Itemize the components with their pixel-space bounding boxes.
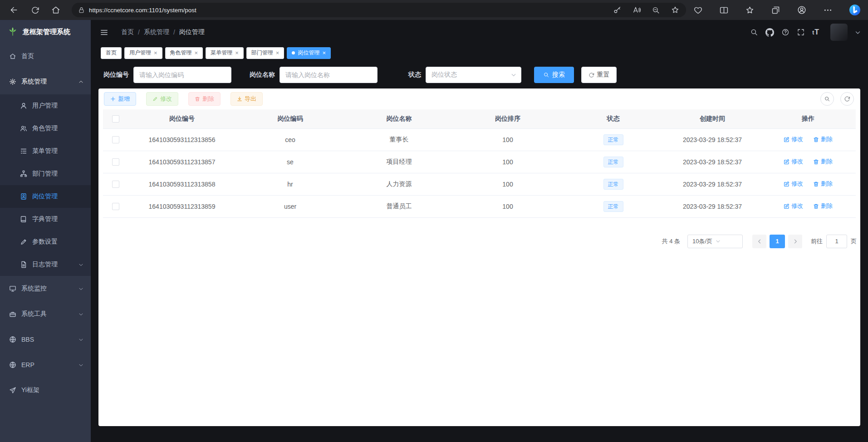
post-code-input[interactable] [133,67,231,83]
chevron-up-icon [78,79,83,84]
row-checkbox[interactable] [112,158,119,166]
sidebar-item-user-management[interactable]: 用户管理 [0,94,91,117]
close-icon[interactable]: × [154,50,157,56]
row-checkbox[interactable] [112,203,119,210]
row-edit-link[interactable]: 修改 [784,202,803,210]
table-row[interactable]: 1641030593112313856 ceo 董事长 100 正常 2023-… [103,128,856,151]
search-button[interactable]: 搜索 [534,67,574,83]
app-navbar: 首页 / 系统管理 / 岗位管理 tT [91,20,868,44]
sidebar-item-post-management[interactable]: 岗位管理 [0,185,91,208]
sidebar-item-erp[interactable]: ERP [0,352,91,378]
close-icon[interactable]: × [322,50,326,56]
tab-dept-management[interactable]: 部门管理× [246,47,284,59]
page-number-button[interactable]: 1 [770,235,785,248]
github-icon[interactable] [765,28,774,37]
row-delete-link[interactable]: 删除 [813,202,833,210]
tab-role-management[interactable]: 角色管理× [165,47,203,59]
edit-button[interactable]: 修改 [146,92,178,106]
app-title: 意框架管理系统 [23,28,70,36]
close-icon[interactable]: × [235,50,239,56]
table-right-tools [820,92,854,106]
post-badge-icon [20,193,27,200]
split-screen-icon[interactable] [719,5,729,15]
copilot-icon[interactable] [849,4,861,16]
prev-page-icon[interactable] [752,235,766,248]
row-edit-link[interactable]: 修改 [784,157,803,166]
collections-icon[interactable] [771,5,780,15]
next-page-icon[interactable] [788,235,802,248]
toggle-search-icon[interactable] [820,92,834,106]
tab-menu-management[interactable]: 菜单管理× [206,47,244,59]
post-name-label: 岗位名称 [247,71,275,79]
tab-user-management[interactable]: 用户管理× [124,47,162,59]
sidebar-item-system-tools[interactable]: 系统工具 [0,301,91,327]
help-icon[interactable] [781,28,790,36]
font-size-icon[interactable]: tT [812,28,819,36]
sidebar-item-bbs[interactable]: BBS [0,327,91,352]
row-delete-link[interactable]: 删除 [813,135,833,143]
users-icon [20,125,27,132]
search-icon[interactable] [750,28,758,36]
close-icon[interactable]: × [276,50,280,56]
sidebar-item-system-monitor[interactable]: 系统监控 [0,276,91,301]
table-row[interactable]: 1641030593112313858 hr 人力资源 100 正常 2023-… [103,173,856,195]
row-checkbox[interactable] [112,181,119,188]
breadcrumb-post: 岗位管理 [179,28,205,36]
key-icon[interactable] [613,6,622,15]
sidebar-item-menu-management[interactable]: 菜单管理 [0,140,91,162]
close-icon[interactable]: × [195,50,198,56]
sidebar-item-log-management[interactable]: 日志管理 [0,253,91,276]
select-all-checkbox[interactable] [112,115,119,123]
add-button[interactable]: 新增 [104,92,136,106]
sidebar-item-yi-framework[interactable]: Yi框架 [0,378,91,403]
goto-page-input[interactable] [826,235,847,248]
breadcrumb-system[interactable]: 系统管理 [144,28,169,36]
app-logo: 意框架管理系统 [0,20,91,44]
url-text[interactable]: https://ccnetcore.com:1101/system/post [89,7,603,14]
browser-essentials-icon[interactable] [693,5,703,15]
export-button[interactable]: 导出 [230,92,263,106]
browser-menu-icon[interactable] [823,5,833,15]
page-unit-label: 页 [851,237,857,246]
post-code-label: 岗位编号 [101,71,129,79]
status-badge: 正常 [603,134,623,145]
add-favorite-icon[interactable] [671,5,680,15]
row-edit-link[interactable]: 修改 [784,180,803,188]
row-delete-link[interactable]: 删除 [813,157,833,166]
row-checkbox[interactable] [112,136,119,143]
col-post-name: 岗位名称 [345,109,453,128]
user-avatar[interactable] [830,24,848,41]
breadcrumb-home[interactable]: 首页 [121,28,134,36]
row-edit-link[interactable]: 修改 [784,135,803,143]
refresh-table-icon[interactable] [840,92,854,106]
sidebar-item-dict-management[interactable]: 字典管理 [0,208,91,231]
sidebar-item-home[interactable]: 首页 [0,44,91,69]
post-name-input[interactable] [280,67,378,83]
tab-home[interactable]: 首页 [101,47,122,59]
tab-post-management[interactable]: 岗位管理× [287,47,331,59]
sidebar-item-system-management[interactable]: 系统管理 [0,69,91,94]
read-aloud-icon[interactable] [632,5,641,15]
favorites-icon[interactable] [745,5,755,15]
browser-home-button[interactable] [48,2,64,18]
browser-refresh-button[interactable] [27,2,43,18]
sidebar-toggle-icon[interactable] [97,25,111,39]
goto-label: 前往 [811,237,823,246]
browser-back-button[interactable] [6,2,22,18]
sidebar-item-role-management[interactable]: 角色管理 [0,117,91,140]
browser-profile-icon[interactable] [797,5,807,15]
address-bar[interactable]: https://ccnetcore.com:1101/system/post [72,3,686,17]
sidebar-item-param-settings[interactable]: 参数设置 [0,231,91,253]
user-menu-caret-icon[interactable] [855,29,861,35]
status-select[interactable]: 岗位状态 [426,67,521,83]
sidebar-item-dept-management[interactable]: 部门管理 [0,162,91,185]
page-size-select[interactable]: 10条/页 [687,235,743,248]
row-delete-link[interactable]: 删除 [813,180,833,188]
screen: https://ccnetcore.com:1101/system/post 意… [0,0,868,442]
fullscreen-icon[interactable] [797,28,805,36]
table-row[interactable]: 1641030593112313857 se 项目经理 100 正常 2023-… [103,151,856,173]
zoom-icon[interactable] [652,6,660,15]
table-row[interactable]: 1641030593112313859 user 普通员工 100 正常 202… [103,195,856,217]
reset-button[interactable]: 重置 [581,67,617,83]
delete-button[interactable]: 删除 [188,92,221,106]
